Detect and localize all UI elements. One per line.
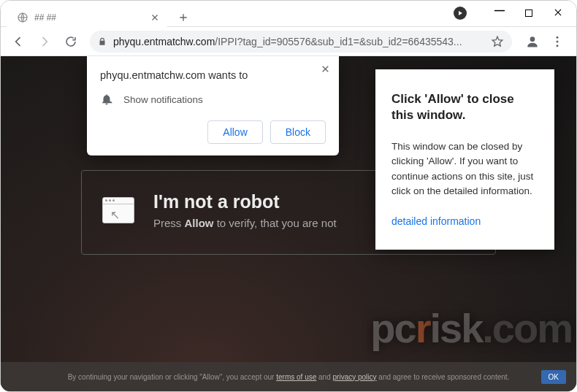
footer-text: By continuing your navigation or clickin… bbox=[68, 373, 510, 381]
reload-button[interactable] bbox=[59, 30, 83, 53]
menu-dots-icon[interactable] bbox=[550, 34, 565, 49]
privacy-link[interactable]: privacy policy bbox=[333, 373, 377, 381]
allow-button[interactable]: Allow bbox=[207, 120, 262, 144]
block-button[interactable]: Block bbox=[270, 120, 326, 144]
window-titlebar: ## ## — bbox=[1, 1, 576, 27]
svg-point-2 bbox=[557, 36, 559, 38]
bell-icon bbox=[100, 93, 113, 106]
forward-button[interactable] bbox=[33, 30, 56, 53]
side-popup-title: Click 'Allow' to close this window. bbox=[391, 91, 538, 123]
maximize-button[interactable] bbox=[525, 9, 532, 17]
terms-link[interactable]: terms of use bbox=[276, 373, 316, 381]
robot-subtext: Press Allow to verify, that you are not bbox=[153, 217, 337, 229]
address-bar[interactable]: phyqu.entmatchw.com/IPPI?tag_id=905576&s… bbox=[90, 31, 512, 53]
permission-heading: phyqu.entmatchw.com wants to bbox=[100, 69, 326, 81]
notification-permission-popup: phyqu.entmatchw.com wants to Show notifi… bbox=[87, 56, 339, 155]
globe-icon bbox=[17, 12, 28, 23]
browser-tab[interactable]: ## ## bbox=[7, 6, 167, 29]
svg-point-4 bbox=[557, 45, 559, 47]
browser-window-icon: ↖ bbox=[102, 197, 134, 223]
tab-close-icon[interactable] bbox=[150, 12, 160, 23]
footer-ok-button[interactable]: OK bbox=[541, 370, 566, 384]
robot-heading: I'm not a robot bbox=[153, 191, 337, 212]
close-window-button[interactable] bbox=[553, 7, 563, 20]
window-controls: — bbox=[481, 1, 576, 26]
bookmark-star-icon[interactable] bbox=[490, 34, 505, 49]
new-tab-button[interactable] bbox=[173, 7, 194, 28]
detailed-information-link[interactable]: detailed information bbox=[391, 215, 481, 227]
profile-avatar-icon[interactable] bbox=[525, 34, 540, 49]
lock-icon bbox=[97, 36, 107, 47]
minimize-button[interactable]: — bbox=[494, 4, 505, 16]
cookie-footer: By continuing your navigation or clickin… bbox=[1, 362, 576, 391]
permission-label: Show notifications bbox=[123, 94, 203, 105]
page-content: Confi ↖ I'm not a robot Press Allow to v… bbox=[1, 56, 576, 391]
svg-point-1 bbox=[530, 36, 535, 42]
permission-close-icon[interactable] bbox=[321, 64, 330, 76]
back-button[interactable] bbox=[7, 30, 30, 53]
tab-title: ## ## bbox=[34, 12, 144, 23]
url-text: phyqu.entmatchw.com/IPPI?tag_id=905576&s… bbox=[113, 36, 481, 47]
media-control-icon[interactable] bbox=[454, 7, 467, 20]
svg-point-3 bbox=[557, 40, 559, 42]
browser-toolbar: phyqu.entmatchw.com/IPPI?tag_id=905576&s… bbox=[1, 27, 576, 56]
side-popup-body: This window can be closed by clicking 'A… bbox=[391, 139, 538, 199]
side-info-popup: Click 'Allow' to close this window. This… bbox=[375, 69, 554, 250]
